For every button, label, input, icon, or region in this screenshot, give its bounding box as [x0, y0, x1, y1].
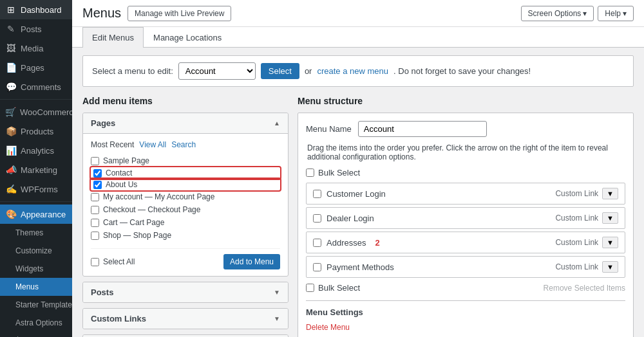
page-item-contact: Contact — [91, 167, 280, 179]
pages-accordion: Pages ▲ Most Recent View All Search — [82, 113, 289, 277]
sidebar-item-wpforms[interactable]: ✍ WPForms — [0, 179, 72, 199]
menu-item-payment-methods[interactable]: Payment Methods Custom Link ▼ — [306, 256, 625, 278]
custom-links-accordion-header[interactable]: Custom Links ▼ — [83, 309, 288, 329]
drag-hint: Drag the items into the order you prefer… — [306, 143, 625, 161]
content-area: Select a menu to edit: Account Select or… — [72, 48, 644, 337]
create-new-menu-link[interactable]: create a new menu — [317, 66, 388, 76]
expand-customer-login-btn[interactable]: ▼ — [602, 188, 618, 199]
pages-icon: 📄 — [5, 62, 17, 73]
menu-item-customer-login[interactable]: Customer Login Custom Link ▼ — [306, 183, 625, 205]
page-checkbox-about[interactable] — [93, 181, 102, 189]
chevron-up-icon: ▲ — [274, 120, 280, 127]
menu-select-dropdown[interactable]: Account — [178, 62, 256, 80]
sidebar-item-starter-templates[interactable]: Starter Templates — [0, 296, 72, 314]
posts-accordion-header[interactable]: Posts ▼ — [83, 282, 288, 302]
menu-item-checkbox-dealer-login[interactable] — [313, 214, 321, 223]
woocommerce-icon: 🛒 — [5, 107, 16, 117]
pages-tabs: Most Recent View All Search — [91, 140, 280, 149]
page-title: Menus — [82, 6, 121, 21]
expand-dealer-login-btn[interactable]: ▼ — [602, 212, 618, 224]
pages-tab-search[interactable]: Search — [171, 140, 196, 149]
page-checkbox-myaccount[interactable] — [91, 193, 99, 201]
sidebar-item-marketing[interactable]: 📣 Marketing — [0, 160, 72, 179]
chevron-down-icon-custom: ▼ — [274, 315, 280, 322]
page-checkbox-cart[interactable] — [91, 219, 99, 227]
expand-addresses-btn[interactable]: ▼ — [602, 237, 618, 248]
page-item-about: About Us — [91, 179, 280, 190]
annotation-badge-2: 2 — [375, 238, 379, 248]
sidebar-item-posts[interactable]: ✎ Posts — [0, 19, 72, 39]
help-button[interactable]: Help ▾ — [598, 6, 634, 21]
page-label-checkout[interactable]: Checkout — Checkout Page — [103, 205, 200, 214]
menu-item-dealer-login[interactable]: Dealer Login Custom Link ▼ — [306, 207, 625, 229]
sidebar-item-astra-options[interactable]: Astra Options — [0, 314, 72, 332]
bulk-select-checkbox[interactable] — [306, 168, 314, 177]
sidebar-item-dashboard[interactable]: ⊞ Dashboard — [0, 0, 72, 19]
select-all-checkbox[interactable] — [91, 258, 99, 266]
menu-item-checkbox-payment-methods[interactable] — [313, 263, 321, 271]
page-checkbox-sample[interactable] — [91, 157, 99, 165]
right-panel: Menu structure Menu Name Drag the items … — [298, 96, 634, 337]
select-all-text[interactable]: Select All — [103, 257, 135, 266]
select-menu-button[interactable]: Select — [261, 63, 299, 79]
pages-tab-view-all[interactable]: View All — [139, 140, 166, 149]
page-label-about[interactable]: About Us — [106, 180, 137, 189]
sidebar-item-menus[interactable]: Menus — [0, 278, 72, 296]
pages-accordion-body: Most Recent View All Search Sample Page … — [83, 133, 288, 276]
page-label-sample[interactable]: Sample Page — [103, 156, 149, 165]
menu-item-checkbox-customer-login[interactable] — [313, 190, 321, 198]
delete-menu-link[interactable]: Delete Menu — [306, 323, 350, 332]
bottom-bulk-select-checkbox[interactable] — [306, 284, 314, 292]
pages-accordion-header[interactable]: Pages ▲ — [83, 113, 288, 133]
products-icon: 📦 — [5, 126, 17, 136]
page-item-checkout: Checkout — Checkout Page — [91, 203, 280, 216]
bulk-select-label[interactable]: Bulk Select — [318, 168, 360, 178]
sidebar-item-customize[interactable]: Customize — [0, 242, 72, 260]
sidebar-item-custom-layouts[interactable]: └ Custom Layouts — [0, 332, 72, 337]
chevron-down-icon-posts: ▼ — [274, 289, 280, 296]
pages-tab-most-recent[interactable]: Most Recent — [91, 140, 134, 149]
bottom-bulk-select-label[interactable]: Bulk Select — [318, 283, 360, 293]
sidebar-item-appearance[interactable]: 🎨 Appearance — [0, 205, 72, 224]
sidebar-item-pages[interactable]: 📄 Pages — [0, 58, 72, 77]
add-to-menu-button[interactable]: Add to Menu — [223, 254, 280, 269]
page-checkbox-contact[interactable] — [93, 169, 102, 178]
menu-structure-title: Menu structure — [298, 96, 634, 106]
sidebar-item-widgets[interactable]: Widgets — [0, 260, 72, 278]
wpforms-icon: ✍ — [5, 184, 17, 194]
menu-name-input[interactable] — [358, 121, 487, 137]
page-checkbox-checkout[interactable] — [91, 206, 99, 214]
sidebar-item-media[interactable]: 🖼 Media — [0, 39, 72, 58]
page-label-cart[interactable]: Cart — Cart Page — [103, 218, 164, 227]
menu-item-checkbox-addresses[interactable] — [313, 239, 321, 247]
menu-item-addresses[interactable]: Addresses 2 Custom Link ▼ — [306, 232, 625, 253]
tabs-bar: Edit Menus Manage Locations — [72, 27, 644, 48]
topbar-right: Screen Options ▾ Help ▾ — [521, 6, 634, 21]
tab-manage-locations[interactable]: Manage Locations — [144, 27, 231, 48]
categories-accordion: Categories ▼ — [82, 334, 289, 337]
sidebar-item-analytics[interactable]: 📊 Analytics — [0, 141, 72, 160]
page-checkbox-shop[interactable] — [91, 232, 99, 240]
screen-options-button[interactable]: Screen Options ▾ — [521, 6, 594, 21]
topbar: Menus Manage with Live Preview Screen Op… — [72, 0, 644, 27]
chevron-down-icon-help: ▾ — [623, 9, 627, 18]
sidebar: ⊞ Dashboard ✎ Posts 🖼 Media 📄 Pages 💬 Co… — [0, 0, 72, 337]
sidebar-item-themes[interactable]: Themes — [0, 224, 72, 242]
sidebar-item-products[interactable]: 📦 Products — [0, 122, 72, 141]
media-icon: 🖼 — [5, 43, 17, 53]
menu-name-row: Menu Name — [306, 121, 625, 137]
menu-bulk-select-row: Bulk Select — [306, 168, 625, 178]
sidebar-item-comments[interactable]: 💬 Comments — [0, 77, 72, 96]
page-label-contact[interactable]: Contact — [106, 168, 132, 178]
chevron-down-icon: ▾ — [583, 9, 587, 18]
page-label-myaccount[interactable]: My account — My Account Page — [103, 192, 214, 201]
remove-selected-items-button[interactable]: Remove Selected Items — [544, 284, 625, 293]
live-preview-button[interactable]: Manage with Live Preview — [128, 6, 231, 21]
analytics-icon: 📊 — [5, 145, 17, 156]
sidebar-item-woocommerce[interactable]: 🛒 WooCommerce — [0, 102, 72, 122]
appearance-icon: 🎨 — [5, 209, 17, 219]
tab-edit-menus[interactable]: Edit Menus — [82, 27, 144, 48]
page-label-shop[interactable]: Shop — Shop Page — [103, 231, 171, 240]
expand-payment-methods-btn[interactable]: ▼ — [602, 261, 618, 273]
select-all-row: Select All Add to Menu — [91, 248, 280, 269]
